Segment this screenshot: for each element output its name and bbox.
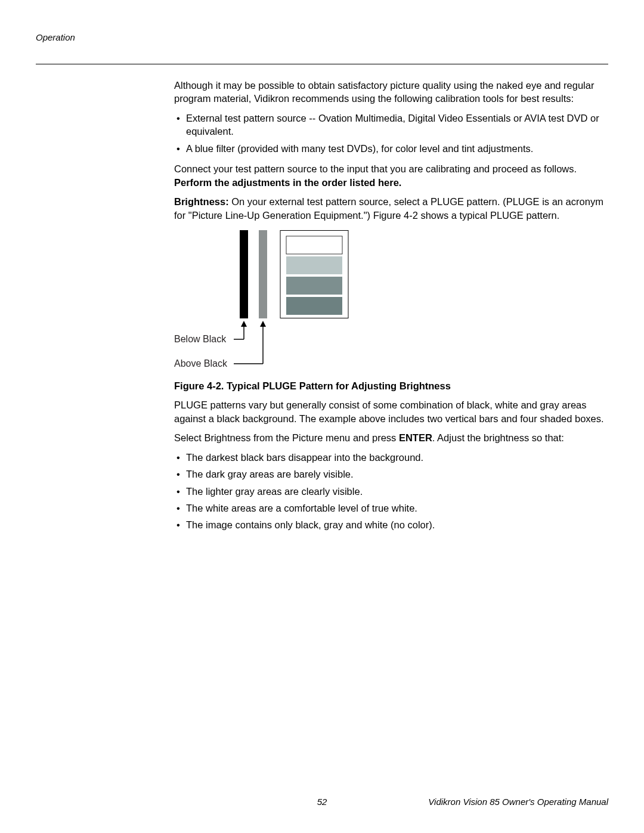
list-item: The darkest black bars disappear into th…	[174, 451, 608, 464]
svg-rect-3	[286, 236, 342, 254]
list-item: The dark gray areas are barely visible.	[174, 467, 608, 481]
footer-title: Vidikron Vision 85 Owner's Operating Man…	[428, 797, 608, 807]
list-item: The white areas are a comfortable level …	[174, 501, 608, 515]
figure-caption: Figure 4-2. Typical PLUGE Pattern for Ad…	[174, 379, 608, 392]
brightness-label: Brightness:	[174, 196, 231, 207]
paragraph-select-brightness: Select Brightness from the Picture menu …	[174, 431, 608, 444]
enter-key: ENTER	[399, 432, 432, 443]
svg-rect-0	[240, 230, 248, 318]
svg-rect-1	[259, 230, 267, 318]
svg-rect-5	[286, 277, 342, 295]
list-item: The lighter gray areas are clearly visib…	[174, 485, 608, 498]
pluge-figure: Below Black Above Black	[174, 230, 401, 379]
page-number: 52	[317, 797, 327, 807]
header-rule	[36, 64, 608, 64]
paragraph-intro: Although it may be possible to obtain sa…	[174, 79, 608, 106]
text: . Adjust the brightness so that:	[432, 432, 564, 443]
text-emphasis: Perform the adjustments in the order lis…	[174, 177, 401, 188]
list-item: External test pattern source -- Ovation …	[174, 112, 608, 138]
above-black-label: Above Black	[174, 358, 228, 368]
brightness-criteria-list: The darkest black bars disappear into th…	[174, 451, 608, 532]
tools-list: External test pattern source -- Ovation …	[174, 112, 608, 155]
header-section: Operation	[36, 32, 608, 42]
list-item: A blue filter (provided with many test D…	[174, 142, 608, 155]
svg-rect-4	[286, 256, 342, 274]
list-item: The image contains only black, gray and …	[174, 518, 608, 531]
main-content: Although it may be possible to obtain sa…	[174, 79, 608, 532]
svg-marker-12	[260, 321, 266, 327]
paragraph-pluge-desc: PLUGE patterns vary but generally consis…	[174, 398, 608, 425]
text: On your external test pattern source, se…	[174, 196, 603, 220]
below-black-label: Below Black	[174, 334, 227, 344]
pluge-diagram-svg: Below Black Above Black	[174, 230, 401, 379]
svg-marker-9	[241, 321, 247, 327]
text: Connect your test pattern source to the …	[174, 163, 577, 174]
page-footer: 52 Vidikron Vision 85 Owner's Operating …	[36, 797, 608, 807]
paragraph-brightness: Brightness: On your external test patter…	[174, 195, 608, 222]
svg-rect-6	[286, 297, 342, 315]
text: Select Brightness from the Picture menu …	[174, 432, 399, 443]
page: Operation Although it may be possible to…	[0, 0, 644, 833]
paragraph-connect: Connect your test pattern source to the …	[174, 162, 608, 189]
